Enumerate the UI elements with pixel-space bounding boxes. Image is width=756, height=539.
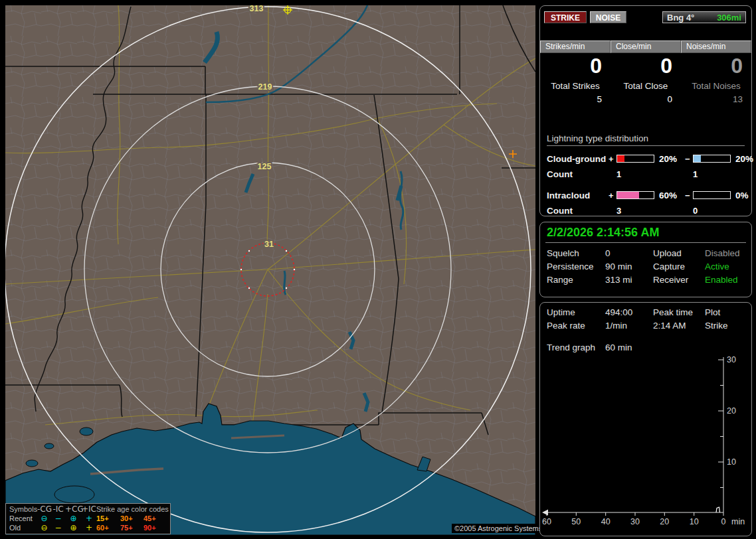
minus-sign: − <box>685 154 693 164</box>
x-tick-30: 30 <box>630 517 640 526</box>
old-nic-icon: − <box>51 523 65 532</box>
count-label: Count <box>547 169 609 179</box>
recent-nic-icon: − <box>51 514 65 523</box>
ring-label-313: 313 <box>250 5 264 13</box>
ic-minus-pct: 0% <box>732 191 749 200</box>
trend-graph-label: Trend graph <box>547 343 605 352</box>
cg-minus-count: 1 <box>693 169 732 179</box>
plus-sign: + <box>609 154 616 164</box>
persistence-label: Persistence <box>547 262 605 271</box>
lightning-map[interactable]: 313 219 125 31 Symbols -CG -IC +CG +IC <box>5 5 535 535</box>
age-60: 60+ <box>96 523 120 532</box>
uptime-grid: Uptime 494:00 Peak time Plot Peak rate 1… <box>547 308 747 331</box>
trend-window-value: 60 min <box>605 343 653 352</box>
noises-per-min-value: 0 <box>681 55 751 76</box>
peak-time-label: Peak time <box>653 308 705 317</box>
cg-plus-count: 1 <box>616 169 656 179</box>
ic-plus-bar <box>616 191 654 199</box>
x-unit-label: min <box>731 517 745 526</box>
counter-panel: STRIKE NOISE Bng 4° 306mi Strikes/min 0 … <box>539 5 752 216</box>
squelch-value: 0 <box>605 249 653 258</box>
x-tick-50: 50 <box>571 517 581 526</box>
cg-plus-pct: 20% <box>656 154 685 164</box>
ring-label-219: 219 <box>258 82 272 92</box>
count-label: Count <box>547 206 609 216</box>
strikes-per-min-value: 0 <box>540 55 611 76</box>
x-tick-20: 20 <box>660 517 669 526</box>
recent-pic-icon: + <box>82 514 96 523</box>
total-strikes-label: Total Strikes <box>540 81 611 91</box>
age-45: 45+ <box>143 514 168 523</box>
intracloud-label: Intracloud <box>547 191 609 200</box>
legend-row-recent-label: Recent <box>9 514 37 523</box>
x-tick-40: 40 <box>601 517 611 526</box>
total-noises-value: 13 <box>681 94 751 104</box>
divider <box>545 242 746 243</box>
app-window: 313 219 125 31 Symbols -CG -IC +CG +IC <box>0 0 756 539</box>
counters-grid: Strikes/min 0 Total Strikes 5 Close/min … <box>540 40 751 104</box>
persistence-value: 90 min <box>605 262 653 271</box>
y-tick-10: 10 <box>727 457 736 467</box>
legend-row-old-label: Old <box>9 523 37 532</box>
upload-value: Disabled <box>705 249 747 258</box>
settings-grid: Squelch 0 Upload Disabled Persistence 90… <box>547 249 747 285</box>
noises-column: Noises/min 0 Total Noises 13 <box>681 40 751 104</box>
cg-minus-pct: 20% <box>732 154 753 164</box>
strikes-per-min-button[interactable]: Strikes/min <box>540 40 611 53</box>
noises-per-min-button[interactable]: Noises/min <box>681 40 751 53</box>
peak-time-value: 2:14 AM <box>653 321 705 331</box>
cg-minus-bar <box>693 155 731 163</box>
old-ncg-icon: ⊖ <box>37 523 51 532</box>
receiver-value: Enabled <box>705 275 747 285</box>
recent-pcg-icon: ⊕ <box>65 514 82 523</box>
squelch-label: Squelch <box>547 249 605 258</box>
upload-label: Upload <box>653 249 705 258</box>
close-per-min-button[interactable]: Close/min <box>611 40 681 53</box>
uptime-value: 494:00 <box>605 308 653 317</box>
cg-plus-bar <box>616 155 654 163</box>
ic-minus-count: 0 <box>693 206 732 216</box>
legend-col-nic: -IC <box>51 504 65 514</box>
close-per-min-value: 0 <box>611 55 681 76</box>
legend-col-pic: +IC <box>82 504 96 514</box>
ring-label-31: 31 <box>264 240 274 249</box>
strike-button[interactable]: STRIKE <box>544 11 587 23</box>
lightning-distribution: Lightning type distribution Cloud-ground… <box>547 133 745 216</box>
cloud-ground-label: Cloud-ground <box>547 154 609 164</box>
ic-plus-count: 3 <box>616 206 656 216</box>
capture-label: Capture <box>653 262 705 271</box>
map-canvas: 313 219 125 31 <box>5 5 535 535</box>
age-90: 90+ <box>143 523 168 532</box>
y-tick-20: 20 <box>727 406 736 416</box>
distribution-title: Lightning type distribution <box>547 133 745 146</box>
datetime-display: 2/2/2026 2:14:56 AM <box>547 226 659 240</box>
status-panel: 2/2/2026 2:14:56 AM Squelch 0 Upload Dis… <box>539 222 752 297</box>
legend-col-ncg: -CG <box>37 504 51 514</box>
bearing-range: 306mi <box>717 13 741 23</box>
intracloud-count-row: Count 3 0 <box>547 206 745 216</box>
ic-minus-bar <box>693 191 731 199</box>
total-strikes-value: 5 <box>540 94 611 104</box>
noise-button[interactable]: NOISE <box>590 11 626 23</box>
total-noises-label: Total Noises <box>681 81 751 91</box>
capture-value: Active <box>705 262 747 271</box>
bearing-label: Bng 4° <box>667 13 694 23</box>
total-close-label: Total Close <box>611 81 681 91</box>
minus-sign: − <box>685 191 693 200</box>
trend-panel: Uptime 494:00 Peak time Plot Peak rate 1… <box>539 302 752 536</box>
cloud-ground-count-row: Count 1 1 <box>547 169 745 179</box>
range-value: 313 mi <box>605 275 653 285</box>
strikes-column: Strikes/min 0 Total Strikes 5 <box>540 40 611 104</box>
plus-sign: + <box>609 191 616 200</box>
x-tick-10: 10 <box>690 517 699 526</box>
plot-value: Strike <box>705 321 747 331</box>
receiver-label: Receiver <box>653 275 705 285</box>
x-tick-0: 0 <box>721 517 726 526</box>
age-75: 75+ <box>120 523 143 532</box>
uptime-label: Uptime <box>547 308 605 317</box>
x-axis-arrow-icon <box>542 510 548 516</box>
legend-age-title: Strike age color codes <box>96 504 168 514</box>
ring-label-125: 125 <box>258 162 272 171</box>
range-label: Range <box>547 275 605 285</box>
old-pic-icon: + <box>82 523 96 532</box>
